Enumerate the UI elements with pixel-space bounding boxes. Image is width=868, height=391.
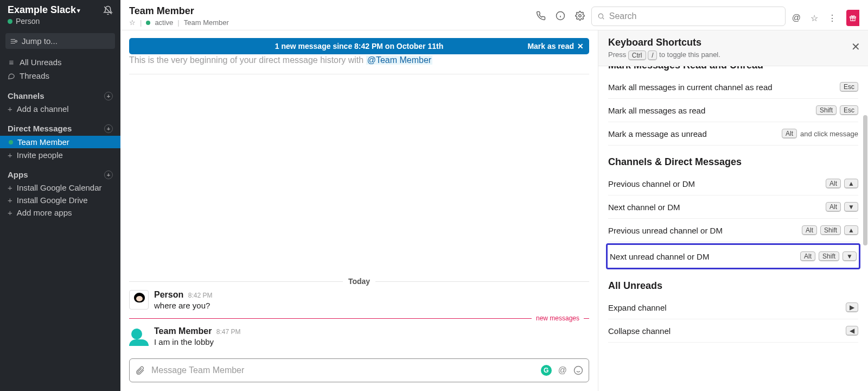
key: Ctrl (628, 51, 646, 60)
key: Shift (819, 251, 839, 261)
threads-link[interactable]: Threads (0, 69, 120, 83)
more-icon[interactable]: ⋮ (828, 13, 837, 23)
new-dm-plus-icon[interactable]: + (104, 124, 113, 133)
history-intro: This is the very beginning of your direc… (120, 54, 598, 74)
new-messages-label: new messages (536, 314, 579, 322)
avatar[interactable] (129, 290, 149, 310)
message-author[interactable]: Person (154, 290, 183, 299)
sidebar: Example Slack▾ Person Jump to... ≡ All U… (0, 0, 120, 391)
star-list-icon[interactable]: ☆ (810, 13, 818, 23)
info-icon[interactable] (556, 11, 565, 21)
apps-header-label: Apps (8, 170, 28, 179)
app-item-drive[interactable]: +Install Google Drive (0, 194, 120, 206)
presence-dot-icon (146, 21, 150, 25)
add-channel-item[interactable]: + Add a channel (0, 103, 120, 115)
call-icon[interactable] (536, 11, 546, 21)
dm-header[interactable]: Direct Messages + (0, 115, 120, 135)
presence-label: active (155, 18, 173, 27)
threads-icon (8, 72, 15, 80)
conversation-title: Team Member (129, 5, 229, 17)
key-arrow-right: ▶ (846, 302, 858, 312)
all-unreads-link[interactable]: ≡ All Unreads (0, 55, 120, 69)
group-title: All Unreads (608, 280, 858, 292)
plus-icon: + (8, 150, 12, 160)
app-label: Install Google Drive (17, 195, 88, 205)
shortcut-label: Previous channel or DM (608, 179, 695, 188)
message[interactable]: Team Member 8:47 PM I am in the lobby (120, 322, 598, 351)
shortcut-suffix: and click message (800, 130, 858, 138)
key: Alt (800, 251, 815, 261)
emoji-icon[interactable] (573, 365, 583, 375)
dm-item-label: Team Member (17, 137, 69, 147)
message-time: 8:47 PM (216, 328, 241, 336)
group-title: Channels & Direct Messages (608, 156, 858, 168)
app-item-calendar[interactable]: +Install Google Calendar (0, 181, 120, 194)
app-label: Install Google Calendar (17, 183, 102, 192)
key: Shift (820, 225, 841, 235)
dm-item-team-member[interactable]: Team Member (0, 136, 120, 148)
invite-people-item[interactable]: + Invite people (0, 149, 120, 161)
plus-icon: + (8, 183, 12, 192)
message-composer[interactable]: Message Team Member G @ (129, 358, 589, 382)
svg-line-6 (602, 18, 604, 20)
jump-placeholder: Jump to... (22, 36, 58, 46)
close-icon[interactable]: ✕ (577, 42, 584, 51)
grammarly-icon[interactable]: G (541, 365, 552, 376)
plus-icon: + (8, 195, 12, 205)
close-icon[interactable]: ✕ (851, 40, 860, 53)
user-presence[interactable]: Person (0, 17, 120, 31)
mention[interactable]: @Team Member (366, 55, 433, 65)
avatar[interactable] (129, 326, 149, 346)
workspace-switcher[interactable]: Example Slack▾ (8, 4, 80, 16)
mentions-icon[interactable]: @ (792, 13, 801, 23)
channels-header[interactable]: Channels + (0, 83, 120, 103)
add-channel-label: Add a channel (17, 104, 69, 113)
message[interactable]: Person 8:42 PM where are you? (120, 286, 598, 314)
shortcut-row: Mark all messages as read ShiftEsc (608, 99, 858, 122)
search-input[interactable]: Search (591, 7, 786, 26)
shortcut-row: Next channel or DM Alt▼ (608, 195, 858, 219)
add-channel-plus-icon[interactable]: + (104, 92, 113, 100)
shortcut-row: Collapse channel ◀ (608, 319, 858, 343)
svg-point-4 (579, 15, 582, 17)
shortcut-label: Mark a message as unread (608, 129, 707, 138)
message-time: 8:42 PM (188, 292, 213, 299)
shortcut-label: Previous unread channel or DM (608, 226, 723, 235)
star-icon[interactable]: ☆ (129, 18, 136, 27)
day-divider: Today (129, 277, 589, 286)
gear-icon[interactable] (575, 11, 585, 21)
scrollbar[interactable] (863, 66, 868, 391)
mention-icon[interactable]: @ (558, 365, 567, 375)
key-arrow-down: ▼ (843, 251, 857, 261)
scrollbar-thumb[interactable] (863, 115, 867, 245)
topbar: Team Member ☆ | active | Team Member Sea… (120, 0, 868, 30)
gift-icon[interactable] (846, 10, 859, 26)
bell-icon[interactable] (103, 5, 113, 15)
threads-label: Threads (20, 71, 49, 80)
add-app-plus-icon[interactable]: + (104, 171, 113, 179)
chevron-down-icon: ▾ (77, 7, 80, 14)
key-arrow-left: ◀ (846, 326, 858, 336)
shortcut-row: Previous channel or DM Alt▲ (608, 172, 858, 195)
plus-icon: + (8, 208, 12, 217)
shortcut-row: Mark all messages in current channel as … (608, 75, 858, 99)
shortcut-row: Expand channel ▶ (608, 296, 858, 319)
jump-to-input[interactable]: Jump to... (5, 33, 115, 49)
message-author[interactable]: Team Member (154, 326, 212, 336)
shortcut-row: Mark a message as unread Altand click me… (608, 122, 858, 146)
current-user-name: Person (16, 17, 40, 26)
shortcut-label: Mark all messages in current channel as … (608, 83, 773, 92)
new-message-banner[interactable]: 1 new message since 8:42 PM on October 1… (129, 38, 589, 54)
apps-header[interactable]: Apps + (0, 161, 120, 181)
panel-scroll[interactable]: Mark Messages Read and Unread Mark all m… (598, 66, 868, 391)
composer-placeholder: Message Team Member (151, 365, 534, 375)
app-item-more[interactable]: +Add more apps (0, 206, 120, 219)
key: Shift (816, 105, 837, 115)
workspace-name: Example Slack (8, 4, 76, 15)
presence-dot-icon (8, 19, 12, 24)
key: Alt (802, 225, 817, 235)
attach-icon[interactable] (135, 365, 145, 375)
key-arrow-up: ▲ (844, 179, 858, 188)
group-title: Mark Messages Read and Unread (608, 66, 858, 71)
mark-as-read-button[interactable]: Mark as read ✕ (527, 42, 584, 51)
